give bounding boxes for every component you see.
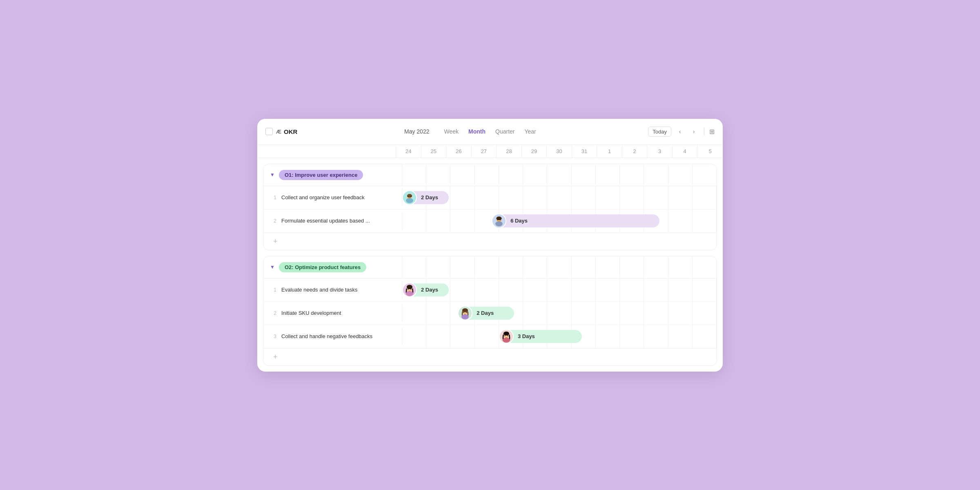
obj2-task2-row: 2 Initiate SKU development: [263, 302, 717, 325]
svg-point-17: [410, 288, 411, 290]
obj2-task2-left: 2 Initiate SKU development: [263, 304, 402, 322]
date-3: 3: [647, 145, 673, 158]
app-title-text: OKR: [284, 128, 297, 135]
svg-point-3: [406, 198, 413, 203]
separator: [704, 127, 704, 136]
dates-left-spacer: [257, 145, 396, 158]
obj2-header-row: ▼ O2: Optimize product features: [263, 256, 717, 278]
svg-point-10: [497, 219, 498, 220]
svg-point-11: [500, 219, 501, 220]
obj2-task3-label: 3 Days: [518, 333, 535, 339]
obj1-task1-label: 2 Days: [421, 194, 438, 200]
task2-name: Formulate essential updates based ...: [281, 218, 370, 224]
svg-point-29: [507, 335, 508, 336]
obj2-task3-bar[interactable]: 3 Days: [501, 330, 582, 343]
svg-point-2: [407, 194, 412, 198]
obj1-task1-gantt: 2 Days: [402, 186, 717, 209]
select-all-checkbox[interactable]: [265, 128, 273, 135]
obj2-task2-gantt: 2 Days: [402, 302, 717, 325]
header-right: Today ‹ › ⊞: [648, 126, 715, 137]
obj1-col4: [475, 165, 499, 185]
obj1-add-row: +: [263, 233, 717, 250]
date-4: 4: [673, 145, 698, 158]
obj2-task3-gantt: 3 Days: [402, 325, 717, 348]
date-27: 27: [472, 145, 497, 158]
obj2-task1-name: Evaluate needs and divide tasks: [281, 287, 357, 293]
svg-point-26: [503, 332, 509, 336]
date-5: 5: [697, 145, 723, 158]
obj1-add-button[interactable]: +: [270, 237, 281, 246]
app-title: Æ OKR: [276, 128, 297, 135]
date-24: 24: [396, 145, 421, 158]
obj1-header-left: ▼ O1: Improve user experience: [263, 164, 402, 186]
obj1-col7: [547, 165, 571, 185]
obj2-task-num-3: 3: [270, 334, 276, 339]
dates-grid: 24 25 26 27 28 29 30 31 1 2 3 4 5: [396, 145, 723, 158]
header-center: May 2022 Week Month Quarter Year: [404, 127, 648, 136]
obj2-task-num-2: 2: [270, 310, 276, 316]
obj2-task3-avatar: [499, 329, 514, 344]
date-29: 29: [522, 145, 547, 158]
obj2-add-row: +: [263, 348, 717, 365]
header-row: Æ OKR May 2022 Week Month Quarter Year T…: [257, 119, 723, 145]
ae-icon: Æ: [276, 129, 281, 135]
objective-1-section: ▼ O1: Improve user experience: [263, 164, 717, 250]
svg-point-28: [504, 335, 505, 336]
date-1: 1: [597, 145, 622, 158]
obj2-task1-gantt: 2 Days: [402, 278, 717, 301]
obj1-col5: [499, 165, 523, 185]
tab-week[interactable]: Week: [439, 127, 463, 136]
tab-year[interactable]: Year: [519, 127, 541, 136]
tab-quarter[interactable]: Quarter: [490, 127, 519, 136]
obj1-task1-row: 1 Collect and organize user feedback: [263, 186, 717, 209]
date-2: 2: [622, 145, 648, 158]
obj1-header-row: ▼ O1: Improve user experience: [263, 164, 717, 186]
svg-point-5: [410, 196, 411, 197]
app-container: Æ OKR May 2022 Week Month Quarter Year T…: [257, 119, 723, 372]
obj2-task3-left: 3 Collect and handle negative feedbacks: [263, 327, 402, 345]
obj2-task2-avatar: [458, 306, 472, 321]
obj1-task2-bar[interactable]: 6 Days: [493, 214, 659, 227]
obj1-col10: [620, 165, 644, 185]
obj1-collapse-icon[interactable]: ▼: [270, 172, 275, 178]
date-25: 25: [421, 145, 447, 158]
obj2-task2-name: Initiate SKU development: [281, 310, 341, 316]
task-num-2: 2: [270, 218, 276, 224]
obj2-task2-label: 2 Days: [477, 310, 494, 316]
obj2-add-button[interactable]: +: [270, 353, 281, 361]
tab-month[interactable]: Month: [463, 127, 490, 136]
obj1-task2-row: 2 Formulate essential updates based ...: [263, 209, 717, 233]
obj2-task2-bar[interactable]: 2 Days: [459, 307, 514, 320]
task1-name: Collect and organize user feedback: [281, 194, 365, 200]
obj1-col11: [644, 165, 668, 185]
svg-point-21: [461, 314, 469, 319]
obj2-collapse-icon[interactable]: ▼: [270, 264, 275, 270]
obj2-task1-label: 2 Days: [421, 287, 438, 293]
svg-point-20: [462, 308, 468, 312]
svg-point-16: [408, 288, 408, 290]
objective-2-section: ▼ O2: Optimize product features: [263, 256, 717, 366]
obj2-task-num-1: 1: [270, 287, 276, 293]
obj1-task1-bar[interactable]: 2 Days: [404, 191, 449, 204]
obj1-task2-label: 6 Days: [510, 218, 528, 224]
grid-view-icon[interactable]: ⊞: [709, 128, 715, 136]
obj2-task1-bar[interactable]: 2 Days: [404, 283, 449, 296]
obj1-task2-left: 2 Formulate essential updates based ...: [263, 212, 402, 229]
obj1-task1-left: 1 Collect and organize user feedback: [263, 189, 402, 206]
obj2-header-left: ▼ O2: Optimize product features: [263, 256, 402, 278]
date-28: 28: [497, 145, 522, 158]
obj2-task3-row: 3 Collect and handle negative feedbacks: [263, 325, 717, 348]
obj1-col9: [596, 165, 620, 185]
obj1-col12: [668, 165, 693, 185]
svg-point-9: [495, 221, 503, 226]
obj1-col13: [693, 165, 717, 185]
obj1-col8: [572, 165, 596, 185]
view-tabs: Week Month Quarter Year: [439, 127, 541, 136]
prev-button[interactable]: ‹: [675, 126, 685, 137]
today-button[interactable]: Today: [648, 127, 671, 137]
obj2-task1-row: 1 Evaluate needs and divide tasks: [263, 278, 717, 302]
next-button[interactable]: ›: [688, 126, 699, 137]
obj2-task3-name: Collect and handle negative feedbacks: [281, 333, 372, 339]
obj2-task1-left: 1 Evaluate needs and divide tasks: [263, 281, 402, 298]
svg-point-23: [466, 312, 467, 313]
